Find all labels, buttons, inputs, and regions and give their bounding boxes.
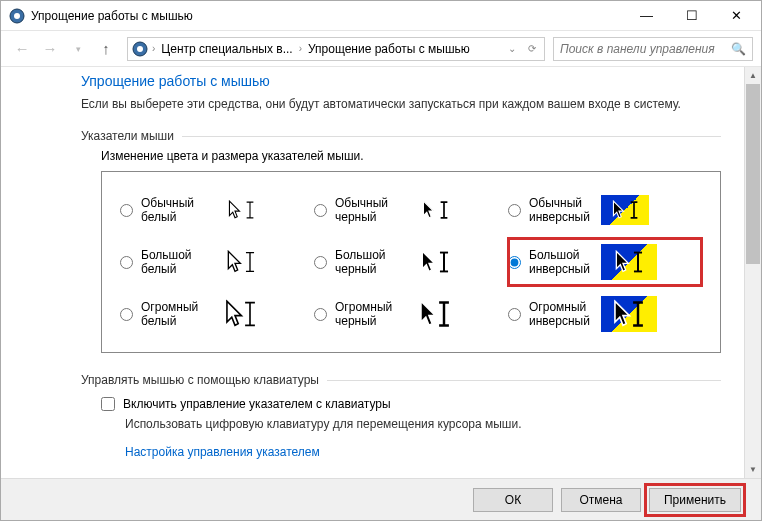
page-title: Упрощение работы с мышью: [81, 73, 721, 89]
mousekeys-checkbox[interactable]: [101, 397, 115, 411]
scroll-up-icon[interactable]: ▲: [745, 67, 761, 84]
radio-xlarge-inverse[interactable]: [508, 308, 521, 321]
section-heading-label: Указатели мыши: [81, 129, 174, 143]
breadcrumb-item-1[interactable]: Центр специальных в...: [159, 42, 294, 56]
section-heading-label: Управлять мышью с помощью клавиатуры: [81, 373, 319, 387]
section-heading-pointers: Указатели мыши: [81, 129, 721, 143]
nav-recent-button[interactable]: ▾: [65, 36, 91, 62]
dialog-footer: ОК Отмена Применить: [1, 478, 761, 520]
chevron-right-icon: ›: [152, 43, 155, 54]
apply-button[interactable]: Применить: [649, 488, 741, 512]
refresh-icon[interactable]: ⟳: [524, 43, 540, 54]
radio-normal-inverse[interactable]: [508, 204, 521, 217]
mousekeys-settings-link[interactable]: Настройка управления указателем: [125, 445, 721, 459]
svg-point-1: [14, 13, 20, 19]
cursor-option-normal-white[interactable]: Обычный белый: [120, 186, 314, 234]
control-panel-icon: [132, 41, 148, 57]
cursor-option-label: Огромный белый: [141, 300, 209, 329]
section-heading-keyboard: Управлять мышью с помощью клавиатуры: [81, 373, 721, 387]
radio-large-black[interactable]: [314, 256, 327, 269]
search-box[interactable]: 🔍: [553, 37, 753, 61]
radio-normal-black[interactable]: [314, 204, 327, 217]
page-content: Упрощение работы с мышью Если вы выберет…: [1, 73, 761, 478]
cursor-option-label: Большой инверсный: [529, 248, 597, 277]
cursor-preview: [601, 244, 657, 280]
cursor-preview: [407, 244, 463, 280]
nav-up-button[interactable]: ↑: [93, 36, 119, 62]
cursor-option-large-white[interactable]: Большой белый: [120, 238, 314, 286]
scroll-down-icon[interactable]: ▼: [745, 461, 761, 478]
minimize-button[interactable]: —: [624, 1, 669, 30]
cursor-option-label: Обычный черный: [335, 196, 403, 225]
cursor-option-normal-black[interactable]: Обычный черный: [314, 186, 508, 234]
radio-large-white[interactable]: [120, 256, 133, 269]
radio-xlarge-black[interactable]: [314, 308, 327, 321]
cursor-preview: [601, 296, 657, 332]
search-input[interactable]: [560, 42, 727, 56]
cursor-preview: [407, 192, 463, 228]
cursor-option-normal-inverse[interactable]: Обычный инверсный: [508, 186, 702, 234]
maximize-button[interactable]: ☐: [669, 1, 714, 30]
pointers-subhead: Изменение цвета и размера указателей мыш…: [101, 149, 721, 163]
nav-back-button[interactable]: ←: [9, 36, 35, 62]
cursor-preview: [601, 195, 649, 225]
title-bar: Упрощение работы с мышью — ☐ ✕: [1, 1, 761, 31]
cursor-preview: [213, 192, 269, 228]
cursor-preview: [213, 244, 269, 280]
vertical-scrollbar[interactable]: ▲ ▼: [744, 67, 761, 478]
cursor-preview: [407, 296, 463, 332]
cursor-grid: Обычный белый Обычный черный Обычный инв…: [101, 171, 721, 353]
close-button[interactable]: ✕: [714, 1, 759, 30]
cursor-option-large-black[interactable]: Большой черный: [314, 238, 508, 286]
radio-normal-white[interactable]: [120, 204, 133, 217]
window-title: Упрощение работы с мышью: [31, 9, 624, 23]
cursor-option-label: Обычный инверсный: [529, 196, 597, 225]
chevron-right-icon: ›: [299, 43, 302, 54]
cursor-option-label: Огромный черный: [335, 300, 403, 329]
cursor-option-large-inverse[interactable]: Большой инверсный: [508, 238, 702, 286]
nav-bar: ← → ▾ ↑ › Центр специальных в... › Упрощ…: [1, 31, 761, 67]
cursor-option-xlarge-black[interactable]: Огромный черный: [314, 290, 508, 338]
app-icon: [9, 8, 25, 24]
breadcrumb-item-2[interactable]: Упрощение работы с мышью: [306, 42, 472, 56]
ok-button[interactable]: ОК: [473, 488, 553, 512]
cursor-option-label: Большой белый: [141, 248, 209, 277]
mousekeys-checkbox-row[interactable]: Включить управление указателем с клавиат…: [101, 397, 721, 411]
cancel-button[interactable]: Отмена: [561, 488, 641, 512]
search-icon: 🔍: [731, 42, 746, 56]
cursor-option-xlarge-white[interactable]: Огромный белый: [120, 290, 314, 338]
radio-xlarge-white[interactable]: [120, 308, 133, 321]
radio-large-inverse[interactable]: [508, 256, 521, 269]
mousekeys-help: Использовать цифровую клавиатуру для пер…: [125, 417, 721, 431]
scroll-thumb[interactable]: [746, 84, 760, 264]
nav-forward-button[interactable]: →: [37, 36, 63, 62]
svg-point-3: [137, 46, 143, 52]
cursor-option-label: Большой черный: [335, 248, 403, 277]
cursor-preview: [213, 296, 269, 332]
page-subtitle: Если вы выберете эти средства, они будут…: [81, 95, 721, 113]
cursor-option-label: Огромный инверсный: [529, 300, 597, 329]
mousekeys-checkbox-label: Включить управление указателем с клавиат…: [123, 397, 391, 411]
cursor-option-xlarge-inverse[interactable]: Огромный инверсный: [508, 290, 702, 338]
cursor-option-label: Обычный белый: [141, 196, 209, 225]
breadcrumb[interactable]: › Центр специальных в... › Упрощение раб…: [127, 37, 545, 61]
breadcrumb-dropdown-icon[interactable]: ⌄: [504, 43, 520, 54]
